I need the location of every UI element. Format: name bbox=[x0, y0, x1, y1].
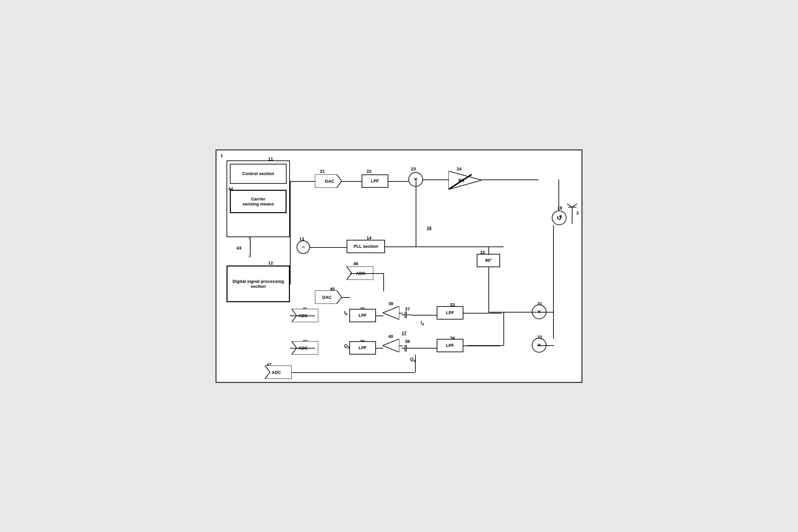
svg-marker-15 bbox=[383, 306, 399, 320]
label-22: 22 bbox=[367, 169, 371, 174]
cap38-shape bbox=[402, 343, 412, 353]
wire-pa24-right bbox=[482, 179, 538, 180]
ib-label: Ib bbox=[344, 310, 347, 316]
label-39: 39 bbox=[388, 301, 393, 306]
wire-lpf22-mix23 bbox=[388, 181, 408, 182]
osc13-block: ~ bbox=[297, 241, 310, 254]
svg-text:ADC: ADC bbox=[271, 370, 281, 375]
label-46: 46 bbox=[353, 261, 358, 266]
label-43: 43 bbox=[236, 246, 241, 250]
wire-cap38-lpf34 bbox=[412, 348, 437, 348]
phase15-block: 90° bbox=[477, 254, 500, 267]
label-12: 12 bbox=[268, 261, 273, 266]
svg-marker-22 bbox=[383, 339, 399, 352]
lpf36-block: LPF bbox=[349, 341, 376, 355]
wire-adc47-bottom bbox=[291, 372, 415, 373]
control-section-block: Control section bbox=[230, 164, 287, 184]
wire-adc46-input bbox=[350, 273, 383, 274]
wire-lpf36-amp40 bbox=[376, 348, 383, 348]
svg-text:PA: PA bbox=[458, 178, 464, 183]
lpf22-block: LPF bbox=[362, 174, 388, 188]
arrow-down: ↓ bbox=[248, 253, 250, 259]
wire-dsp-dac21 bbox=[290, 181, 315, 182]
circ18-block: ↺ bbox=[552, 210, 567, 225]
diagram-container: 1 2 11 Control section 44 Carriersensing… bbox=[215, 149, 583, 383]
pa24-shape: PA bbox=[449, 171, 482, 189]
arrow-up: ↑ bbox=[248, 236, 250, 241]
wire-circ-mixers bbox=[553, 225, 554, 339]
wire-mix23-pa24 bbox=[423, 179, 449, 180]
label-21: 21 bbox=[320, 169, 325, 174]
qb-label: Qb bbox=[344, 343, 349, 349]
cap37-shape bbox=[402, 310, 412, 320]
svg-text:DAC: DAC bbox=[325, 179, 335, 184]
qa-label: Qa bbox=[410, 357, 415, 363]
amp39-shape bbox=[383, 306, 399, 320]
svg-line-7 bbox=[567, 204, 572, 207]
wire-dsp-ib bbox=[290, 316, 315, 316]
lpf34-block: LPF bbox=[437, 339, 463, 352]
dac21-shape: DAC bbox=[315, 174, 342, 188]
wire-to-mix32 bbox=[504, 312, 504, 345]
wire-pll-mixer23 bbox=[416, 181, 416, 246]
wire-lpf33-mix31 bbox=[463, 313, 502, 314]
wire-lpf35-amp39 bbox=[376, 316, 383, 316]
antenna-symbol bbox=[567, 197, 578, 224]
wire-pll-right bbox=[385, 246, 422, 247]
wire-lpf34-mix32 bbox=[463, 345, 500, 346]
wire-amp40-cap38 bbox=[399, 345, 403, 346]
amp40-shape bbox=[383, 339, 399, 352]
wire-line16-phase15 bbox=[489, 246, 489, 255]
wire-dac45-junction bbox=[342, 297, 350, 298]
wire-phase15-mix31-h bbox=[489, 312, 537, 312]
dsp-section-block: Digital signal processing section bbox=[227, 266, 290, 302]
label-40: 40 bbox=[388, 334, 393, 339]
svg-line-8 bbox=[572, 204, 577, 207]
wire-16-horizontal bbox=[420, 246, 504, 247]
label-16: 16 bbox=[427, 226, 431, 230]
wire-dac21-lpf22 bbox=[342, 181, 362, 182]
wire-cap37-lpf33 bbox=[412, 315, 437, 316]
lpf33-block: LPF bbox=[437, 306, 463, 320]
wire-phase15-mix31 bbox=[489, 267, 489, 312]
svg-text:DAC: DAC bbox=[322, 295, 332, 300]
ia-label: Ia bbox=[421, 320, 424, 326]
carrier-sensing-block: Carriersensing means bbox=[230, 190, 287, 213]
wire-dsp-vertical bbox=[290, 181, 290, 285]
label-17: 17 bbox=[402, 330, 406, 336]
wire-circ-mix31 bbox=[537, 312, 554, 312]
wire-amp39-cap37 bbox=[399, 313, 403, 314]
label-1: 1 bbox=[221, 153, 223, 158]
wire-adc47-vertical bbox=[415, 355, 416, 372]
dac45-shape: DAC bbox=[315, 290, 342, 304]
wire-adc46-vertical bbox=[383, 273, 384, 291]
adc47-shape: ADC bbox=[265, 365, 291, 379]
lpf35-block: LPF bbox=[349, 309, 376, 322]
wire-top-circ bbox=[558, 179, 559, 211]
label-23: 23 bbox=[411, 167, 416, 171]
wire-osc-pll bbox=[310, 247, 347, 248]
pll14-block: PLL section bbox=[347, 240, 385, 253]
wire-circ-mix32 bbox=[537, 345, 554, 346]
label-24: 24 bbox=[457, 167, 461, 171]
label-18: 18 bbox=[557, 206, 562, 210]
wire-dsp-qb bbox=[290, 348, 315, 348]
